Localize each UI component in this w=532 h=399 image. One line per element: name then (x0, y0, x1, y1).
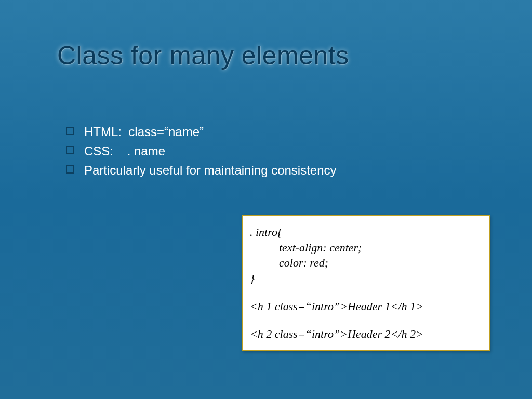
bullet-item: Particularly useful for maintaining cons… (66, 163, 337, 178)
bullet-item: CSS: . name (66, 144, 337, 158)
checkbox-icon (66, 146, 74, 154)
bullet-item: HTML: class=“name” (66, 125, 337, 139)
checkbox-icon (66, 127, 74, 135)
code-line: <h 1 class=“intro”>Header 1</h 1> (250, 299, 482, 314)
code-line: color: red; (250, 255, 482, 271)
code-line: . intro{ (250, 224, 482, 240)
bullet-text: HTML: class=“name” (84, 125, 204, 139)
checkbox-icon (66, 165, 74, 174)
bullet-text: CSS: . name (84, 144, 165, 158)
bullet-list: HTML: class=“name” CSS: . name Particula… (66, 125, 337, 182)
code-line: <h 2 class=“intro”>Header 2</h 2> (250, 326, 482, 342)
code-line: } (250, 271, 482, 286)
slide-title: Class for many elements (57, 41, 349, 71)
bullet-text: Particularly useful for maintaining cons… (84, 163, 337, 178)
code-line: text-align: center; (250, 240, 482, 256)
code-example-box: . intro{ text-align: center; color: red;… (242, 215, 490, 351)
